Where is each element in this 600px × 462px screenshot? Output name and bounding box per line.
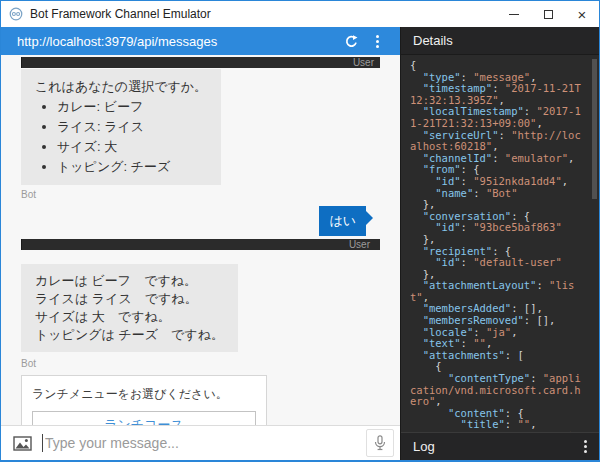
choice-item: カレー: ビーフ xyxy=(57,97,207,117)
card-button[interactable]: ランチコース xyxy=(32,411,256,425)
sender-label-bot: Bot xyxy=(21,358,380,369)
user-message-row: はい xyxy=(21,206,380,236)
maximize-button[interactable] xyxy=(531,1,565,27)
bot-message-confirm: カレーは ビーフ ですね。ライスは ライス ですね。サイズは 大 ですね。トッピ… xyxy=(21,264,380,369)
hero-card-text: ランチメニューをお選びください。 xyxy=(32,386,256,403)
title-bar: Bot Framework Channel Emulator × xyxy=(1,1,599,27)
log-title: Log xyxy=(413,439,435,454)
choice-list: カレー: ビーフライス: ライスサイズ: 大トッピング: チーズ xyxy=(57,97,207,177)
message-input-bar xyxy=(1,425,400,460)
microphone-button[interactable] xyxy=(366,429,394,457)
window-title: Bot Framework Channel Emulator xyxy=(30,7,497,21)
json-line: "contentType": "application/vnd.microsof… xyxy=(410,373,583,408)
sender-label-user: User xyxy=(21,239,380,250)
details-json-viewer[interactable]: { "type": "message", "timestamp": "2017-… xyxy=(401,55,599,432)
endpoint-url[interactable]: http://localhost:3979/api/messages xyxy=(17,34,338,49)
json-line: "serviceUrl": "http://localhost:60218", xyxy=(410,130,583,153)
hero-card-buttons: ランチコース xyxy=(32,411,256,425)
kebab-menu-icon xyxy=(376,35,379,48)
hero-card: ランチメニューをお選びください。 ランチコース xyxy=(21,375,267,425)
chat-transcript[interactable]: User これはあなたの選択ですか。 カレー: ビーフライス: ライスサイズ: … xyxy=(1,55,400,425)
confirm-line: ライスは ライス ですね。 xyxy=(35,290,224,308)
microphone-icon xyxy=(374,435,386,451)
log-panel-header: Log xyxy=(401,432,599,460)
app-window: Bot Framework Channel Emulator × http://… xyxy=(0,0,600,462)
conversation-menu-button[interactable] xyxy=(364,28,390,54)
log-menu-icon[interactable] xyxy=(584,440,587,453)
details-panel-header: Details xyxy=(401,27,599,55)
confirm-line: カレーは ビーフ ですね。 xyxy=(35,272,224,290)
json-line: "name": "Bot" xyxy=(410,188,583,200)
choice-item: ライス: ライス xyxy=(57,117,207,137)
sender-label-bot: Bot xyxy=(21,189,380,200)
app-logo-icon xyxy=(9,7,23,21)
bot-bubble: これはあなたの選択ですか。 カレー: ビーフライス: ライスサイズ: 大トッピン… xyxy=(21,69,221,185)
choice-item: トッピング: チーズ xyxy=(57,157,207,177)
json-line: "id": "default-user" xyxy=(410,257,583,269)
details-title: Details xyxy=(413,33,453,48)
json-line: "text": "トッピングを選択 xyxy=(410,431,583,432)
choice-item: サイズ: 大 xyxy=(57,137,207,157)
minimize-button[interactable] xyxy=(497,1,531,27)
endpoint-address-bar[interactable]: http://localhost:3979/api/messages xyxy=(1,27,400,55)
json-line: "timestamp": "2017-11-21T12:32:13.395Z", xyxy=(410,83,583,106)
text-caret xyxy=(42,434,43,452)
details-json-content: { "type": "message", "timestamp": "2017-… xyxy=(410,60,583,432)
confirm-lines: カレーは ビーフ ですね。ライスは ライス ですね。サイズは 大 ですね。トッピ… xyxy=(35,272,224,344)
json-line: "attachmentLayout": "list", xyxy=(410,280,583,303)
json-line: "id": "93bce5baf863" xyxy=(410,222,583,234)
bot-bubble: カレーは ビーフ ですね。ライスは ライス ですね。サイズは 大 ですね。トッピ… xyxy=(21,264,238,352)
user-bubble: はい xyxy=(319,206,366,236)
close-button[interactable]: × xyxy=(565,1,599,27)
confirm-line: サイズは 大 ですね。 xyxy=(35,308,224,326)
upload-image-icon[interactable] xyxy=(13,436,32,451)
json-line: "localTimestamp": "2017-11-21T21:32:13+0… xyxy=(410,106,583,129)
bot-message-text: これはあなたの選択ですか。 xyxy=(35,77,207,97)
details-scrollbar[interactable] xyxy=(592,59,597,199)
sender-label-user-top: User xyxy=(21,57,380,68)
confirm-line: トッピングは チーズ ですね。 xyxy=(35,326,224,344)
message-input[interactable] xyxy=(45,435,366,451)
reload-button[interactable] xyxy=(338,28,364,54)
bot-message-choices: これはあなたの選択ですか。 カレー: ビーフライス: ライスサイズ: 大トッピン… xyxy=(21,69,380,200)
refresh-icon xyxy=(344,34,359,49)
